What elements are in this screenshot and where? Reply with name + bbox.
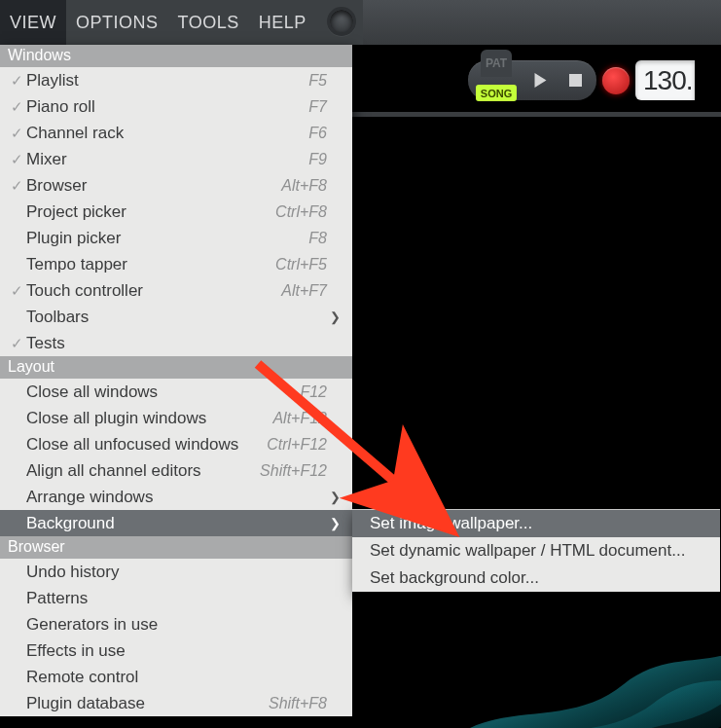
menu-item-shortcut: F8	[255, 230, 327, 247]
submenu-arrow-icon: ❯	[327, 516, 341, 530]
play-icon	[533, 73, 548, 88]
menu-item[interactable]: Remote control	[0, 664, 352, 690]
menu-item[interactable]: ✓MixerF9	[0, 146, 352, 172]
transport-panel: PAT SONG 130.	[468, 54, 721, 107]
menu-item[interactable]: Arrange windows❯	[0, 484, 352, 510]
main-volume-knob[interactable]	[320, 0, 363, 43]
menu-item-shortcut: Ctrl+F12	[255, 436, 327, 454]
menu-item-label: Effects in use	[25, 641, 255, 661]
stop-icon	[569, 74, 582, 87]
smoke-background	[429, 606, 721, 728]
checkmark-icon: ✓	[8, 72, 25, 90]
menu-item-label: Background	[25, 514, 255, 533]
menu-options-label: OPTIONS	[76, 13, 159, 33]
submenu-item-label: Set background color...	[366, 568, 706, 588]
menu-view[interactable]: VIEW	[0, 0, 66, 45]
checkmark-icon: ✓	[8, 177, 25, 195]
menu-options[interactable]: OPTIONS	[66, 0, 168, 45]
tempo-display[interactable]: 130.	[635, 60, 695, 100]
menu-item[interactable]: Generators in use	[0, 611, 352, 637]
menu-item-shortcut: Alt+F7	[255, 282, 327, 300]
menu-item-label: Plugin database	[25, 694, 255, 713]
menu-item-label: Channel rack	[25, 124, 255, 143]
submenu-item-label: Set dynamic wallpaper / HTML document...	[366, 541, 706, 561]
knob-icon	[327, 7, 356, 36]
menu-item[interactable]: ✓Piano rollF7	[0, 93, 352, 120]
view-dropdown: Windows✓PlaylistF5✓Piano rollF7✓Channel …	[0, 45, 352, 716]
menu-item-label: Undo history	[25, 563, 255, 582]
menu-item[interactable]: ✓Channel rackF6	[0, 120, 352, 146]
menu-section-header: Windows	[0, 45, 352, 67]
menu-item[interactable]: ✓PlaylistF5	[0, 67, 352, 93]
menu-item-label: Tests	[25, 334, 255, 353]
menu-item-label: Arrange windows	[25, 488, 255, 507]
menu-item[interactable]: ✓Touch controllerAlt+F7	[0, 277, 352, 304]
submenu-item[interactable]: Set image wallpaper...	[352, 510, 720, 537]
submenu-arrow-icon: ❯	[327, 309, 341, 324]
svg-rect-0	[569, 74, 582, 87]
submenu-arrow-icon: ❯	[327, 490, 341, 504]
tempo-value: 130.	[643, 65, 693, 96]
menu-item-shortcut: F6	[255, 125, 327, 142]
submenu-item[interactable]: Set dynamic wallpaper / HTML document...	[352, 537, 720, 564]
transport-pill: PAT SONG	[468, 60, 596, 100]
record-button[interactable]	[602, 67, 630, 94]
menu-item[interactable]: Project pickerCtrl+F8	[0, 199, 352, 225]
checkmark-icon: ✓	[8, 335, 25, 352]
menubar-spacer	[363, 0, 721, 45]
menu-item-label: Patterns	[25, 589, 255, 608]
menu-help[interactable]: HELP	[249, 0, 316, 45]
menubar: VIEW OPTIONS TOOLS HELP	[0, 0, 721, 45]
background-submenu: Set image wallpaper...Set dynamic wallpa…	[352, 509, 720, 592]
menu-item-label: Close all unfocused windows	[25, 435, 255, 455]
menu-item-shortcut: Shift+F12	[255, 462, 327, 480]
menu-item[interactable]: Close all plugin windowsAlt+F12	[0, 405, 352, 431]
menu-item-label: Playlist	[25, 71, 255, 91]
song-label: SONG	[476, 85, 517, 101]
checkmark-icon: ✓	[8, 98, 25, 116]
pattern-song-switch[interactable]: PAT SONG	[476, 59, 517, 101]
menu-tools-label: TOOLS	[178, 13, 239, 33]
menu-item[interactable]: Effects in use	[0, 637, 352, 664]
menu-item-label: Remote control	[25, 668, 255, 687]
menu-tools[interactable]: TOOLS	[168, 0, 249, 45]
menu-item-label: Align all channel editors	[25, 461, 255, 481]
menu-item-label: Mixer	[25, 150, 255, 169]
menu-section-header: Browser	[0, 536, 352, 559]
menu-item-shortcut: F12	[255, 383, 327, 401]
menu-item-label: Browser	[25, 176, 255, 196]
submenu-item-label: Set image wallpaper...	[366, 514, 706, 533]
workspace	[352, 45, 721, 728]
menu-item-shortcut: Shift+F8	[255, 695, 327, 712]
stop-button[interactable]	[561, 67, 589, 94]
play-button[interactable]	[526, 67, 554, 94]
menu-item-shortcut: Ctrl+F8	[255, 203, 327, 221]
menu-item-shortcut: F5	[255, 72, 327, 90]
menu-item[interactable]: ✓Tests	[0, 330, 352, 356]
menu-item-label: Tempo tapper	[25, 255, 255, 274]
submenu-item[interactable]: Set background color...	[352, 564, 720, 592]
menu-item[interactable]: Plugin pickerF8	[0, 225, 352, 251]
menu-item-label: Project picker	[25, 202, 255, 222]
menu-item-label: Close all windows	[25, 382, 255, 402]
checkmark-icon: ✓	[8, 151, 25, 168]
menu-item[interactable]: Toolbars❯	[0, 304, 352, 330]
menu-help-label: HELP	[259, 13, 306, 33]
menu-item[interactable]: Align all channel editorsShift+F12	[0, 457, 352, 484]
checkmark-icon: ✓	[8, 282, 25, 300]
menu-item[interactable]: Close all unfocused windowsCtrl+F12	[0, 431, 352, 457]
menu-item-label: Toolbars	[25, 308, 255, 327]
menu-item[interactable]: ✓BrowserAlt+F8	[0, 172, 352, 199]
menu-item[interactable]: Undo history	[0, 559, 352, 585]
menu-item-shortcut: Ctrl+F5	[255, 256, 327, 273]
menu-item-shortcut: F7	[255, 98, 327, 116]
menu-item[interactable]: Patterns	[0, 585, 352, 611]
menu-item-label: Generators in use	[25, 615, 255, 635]
menu-item[interactable]: Background❯	[0, 510, 352, 536]
menu-item-shortcut: Alt+F8	[255, 177, 327, 195]
menu-item-label: Close all plugin windows	[25, 409, 255, 428]
menu-item[interactable]: Tempo tapperCtrl+F5	[0, 251, 352, 277]
menu-item[interactable]: Plugin databaseShift+F8	[0, 690, 352, 716]
menu-item[interactable]: Close all windowsF12	[0, 379, 352, 405]
menu-item-label: Touch controller	[25, 281, 255, 301]
